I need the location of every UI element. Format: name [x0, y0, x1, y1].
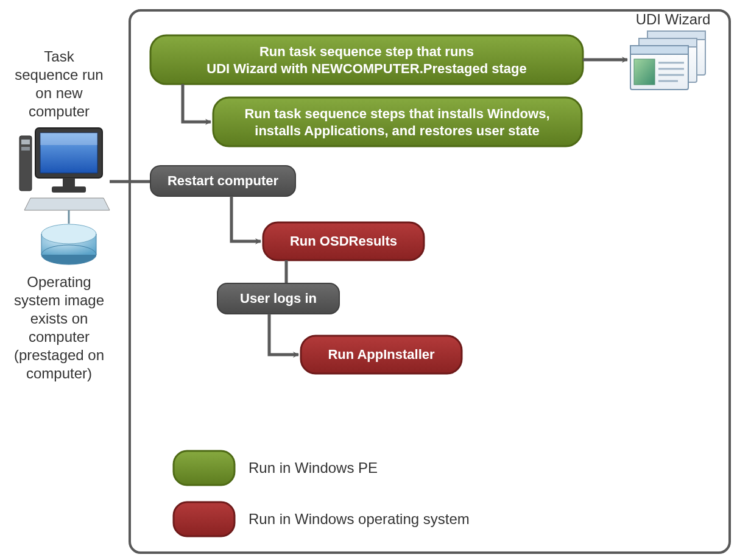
legend-red-label: Run in Windows operating system: [249, 511, 470, 527]
legend-green-swatch: [174, 451, 234, 485]
elbow-step1-step2: [183, 84, 211, 122]
task-sequence-label: Task sequence run on new computer: [15, 48, 103, 119]
legend: Run in Windows PE Run in Windows operati…: [174, 451, 470, 536]
disk-icon: [41, 224, 96, 264]
svg-text:Run task sequence step  that r: Run task sequence step that runs: [259, 44, 474, 59]
step5-node: User logs in: [217, 283, 339, 314]
svg-rect-20: [40, 133, 97, 145]
svg-rect-22: [52, 186, 86, 193]
svg-point-26: [41, 224, 96, 244]
svg-rect-34: [150, 35, 583, 84]
step2-node: Run task sequence steps that installs Wi…: [213, 97, 582, 146]
svg-text:computer: computer: [29, 328, 90, 345]
svg-text:exists on: exists on: [30, 310, 88, 327]
svg-rect-37: [213, 97, 582, 146]
svg-text:sequence run: sequence run: [15, 66, 103, 83]
svg-text:computer): computer): [26, 365, 92, 381]
svg-rect-6: [634, 59, 655, 85]
svg-text:Run task sequence steps that i: Run task sequence steps that installs Wi…: [244, 106, 549, 121]
legend-green-label: Run in Windows PE: [249, 459, 378, 476]
svg-text:Operating: Operating: [27, 274, 91, 290]
svg-text:UDI Wizard with NEWCOMPUTER.Pr: UDI Wizard with NEWCOMPUTER.Prestaged st…: [206, 61, 526, 76]
udi-wizard-label: UDI Wizard: [636, 11, 711, 27]
svg-text:Restart computer: Restart computer: [168, 173, 279, 188]
udi-wizard-icon: [630, 31, 705, 90]
step3-node: Restart computer: [150, 166, 295, 196]
svg-text:computer: computer: [29, 103, 90, 119]
computer-icon: [19, 128, 110, 224]
step6-node: Run AppInstaller: [301, 336, 462, 374]
svg-text:(prestaged on: (prestaged on: [14, 347, 104, 363]
svg-rect-5: [630, 46, 688, 54]
svg-rect-16: [21, 140, 30, 144]
os-image-label: Operating system image exists on compute…: [14, 274, 104, 381]
step4-node: Run OSDResults: [263, 222, 424, 260]
legend-red-swatch: [174, 502, 234, 536]
elbow-step3-step4: [231, 196, 261, 241]
svg-text:Task: Task: [44, 48, 74, 65]
svg-text:on new: on new: [35, 85, 83, 101]
svg-text:system image: system image: [14, 292, 104, 308]
svg-rect-17: [21, 147, 30, 151]
svg-text:User logs in: User logs in: [240, 291, 317, 306]
step1-node: Run task sequence step that runs UDI Wiz…: [150, 35, 583, 84]
svg-rect-21: [63, 178, 75, 186]
svg-text:Run OSDResults: Run OSDResults: [290, 233, 397, 249]
svg-text:installs Applications, and res: installs Applications, and restores user…: [255, 123, 539, 138]
svg-text:Run AppInstaller: Run AppInstaller: [328, 347, 435, 362]
elbow-step5-step6: [269, 314, 298, 355]
